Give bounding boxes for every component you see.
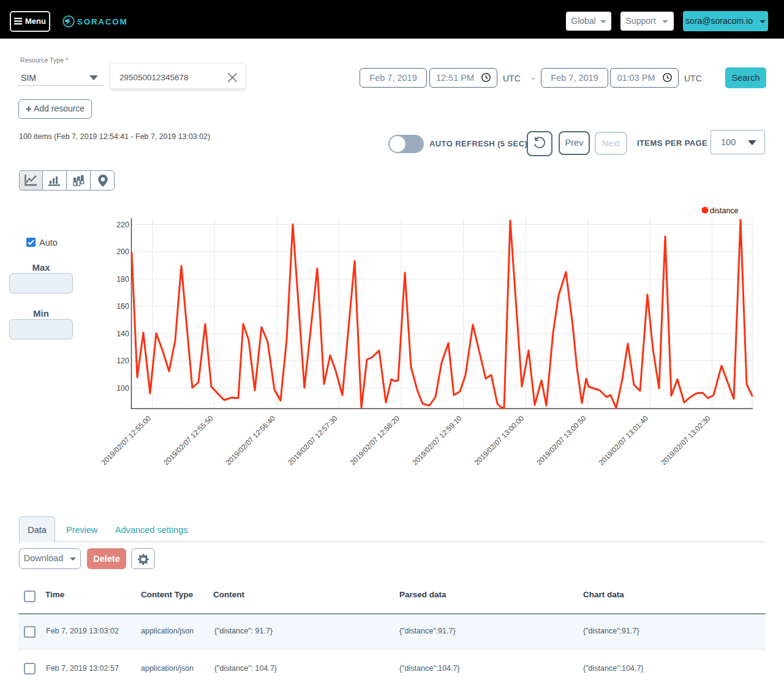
svg-text:2019/02/07 13:02:30: 2019/02/07 13:02:30 bbox=[659, 414, 712, 467]
svg-text:160: 160 bbox=[116, 302, 129, 311]
svg-text:2019/02/07 12:55:50: 2019/02/07 12:55:50 bbox=[162, 414, 215, 467]
svg-text:2019/02/07 12:58:20: 2019/02/07 12:58:20 bbox=[349, 414, 402, 467]
svg-text:220: 220 bbox=[116, 221, 129, 229]
svg-text:2019/02/07 12:56:40: 2019/02/07 12:56:40 bbox=[224, 414, 277, 467]
svg-text:2019/02/07 12:59:10: 2019/02/07 12:59:10 bbox=[410, 414, 464, 467]
svg-text:2019/02/07 12:57:30: 2019/02/07 12:57:30 bbox=[286, 414, 339, 467]
svg-text:2019/02/07 13:00:00: 2019/02/07 13:00:00 bbox=[473, 414, 526, 467]
svg-text:2019/02/07 12:55:00: 2019/02/07 12:55:00 bbox=[100, 414, 153, 467]
svg-text:2019/02/07 13:01:40: 2019/02/07 13:01:40 bbox=[597, 414, 650, 467]
svg-text:120: 120 bbox=[116, 357, 129, 365]
svg-text:180: 180 bbox=[116, 275, 129, 284]
svg-text:100: 100 bbox=[116, 384, 129, 393]
svg-text:200: 200 bbox=[116, 247, 129, 256]
svg-text:140: 140 bbox=[116, 330, 129, 338]
svg-text:distance: distance bbox=[710, 206, 739, 215]
svg-text:2019/02/07 13:00:50: 2019/02/07 13:00:50 bbox=[535, 414, 588, 467]
